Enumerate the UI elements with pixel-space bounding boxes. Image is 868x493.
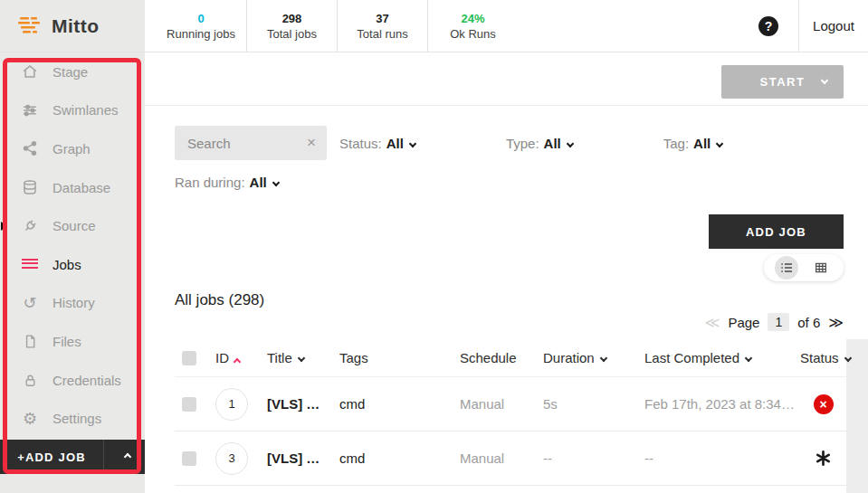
- sidebar-item-label: History: [52, 295, 95, 310]
- ran-during-filter-label: Ran during:: [175, 175, 245, 190]
- total-jobs-label: Total jobs: [247, 27, 337, 41]
- table-row[interactable]: 1 [VLS] … cmd Manual 5s Feb 17th, 2023 a…: [175, 377, 846, 431]
- column-header-title[interactable]: Title: [267, 350, 339, 365]
- view-toggle: [764, 254, 844, 281]
- column-header-duration[interactable]: Duration: [543, 350, 644, 365]
- search-clear-icon[interactable]: ×: [307, 134, 316, 152]
- next-page-icon[interactable]: ≫: [828, 314, 844, 331]
- grid-view-button[interactable]: [809, 256, 833, 280]
- chevron-down-icon: [716, 139, 723, 147]
- chevron-up-icon: [124, 453, 131, 460]
- search-box: ×: [175, 126, 327, 160]
- column-header-schedule[interactable]: Schedule: [460, 350, 543, 365]
- sidebar-add-job-button[interactable]: +ADD JOB: [0, 440, 145, 474]
- row-select-checkbox[interactable]: [182, 397, 196, 412]
- stat-ok-runs: 24% Ok Runs: [427, 0, 518, 52]
- sidebar-item-history[interactable]: ↺ History: [0, 284, 145, 323]
- prev-page-icon[interactable]: ≪: [705, 314, 720, 331]
- start-button[interactable]: START: [721, 65, 844, 99]
- filters-panel: × Status:All Type:All Tag:All Ran during…: [175, 126, 844, 190]
- search-input[interactable]: [187, 136, 307, 151]
- ran-during-filter-value: All: [250, 175, 267, 190]
- sidebar-item-label: Stage: [52, 64, 88, 80]
- ran-during-filter-dropdown[interactable]: Ran during:All: [175, 175, 279, 190]
- sidebar-item-label: Settings: [52, 411, 101, 426]
- header-stats: 0 Running jobs 298 Total jobs 37 Total r…: [156, 0, 518, 52]
- chevron-down-icon: [409, 139, 416, 147]
- chevron-down-icon: [272, 179, 279, 186]
- brand-name: Mitto: [52, 15, 100, 37]
- page-label: Page: [728, 315, 759, 330]
- jobs-table: ID Title Tags Schedule Duration Last Com…: [175, 339, 846, 486]
- stat-running-jobs: 0 Running jobs: [156, 0, 246, 52]
- column-header-status[interactable]: Status: [800, 350, 851, 365]
- stat-total-runs: 37 Total runs: [337, 0, 427, 52]
- tag-filter-dropdown[interactable]: Tag:All: [663, 136, 723, 151]
- sidebar-item-credentials[interactable]: Credentials: [0, 361, 145, 400]
- status-filter-dropdown[interactable]: Status:All: [339, 136, 415, 151]
- sidebar-item-swimlanes[interactable]: Swimlanes: [0, 91, 145, 130]
- database-icon: [21, 178, 39, 196]
- job-id-badge: 1: [215, 388, 248, 421]
- sidebar-item-stage[interactable]: Stage: [0, 52, 145, 91]
- gear-icon: ⚙: [21, 410, 39, 428]
- sidebar-item-database[interactable]: Database: [0, 168, 145, 207]
- sidebar-item-source[interactable]: Source: [0, 206, 145, 245]
- help-icon[interactable]: ?: [758, 16, 778, 36]
- lock-icon: [21, 371, 39, 389]
- ok-runs-label: Ok Runs: [428, 27, 518, 41]
- main-content: START × Status:All Type:All Tag:All Ran …: [145, 52, 868, 493]
- file-icon: [21, 332, 39, 350]
- job-schedule: Manual: [460, 396, 543, 412]
- never-run-status-icon: [815, 450, 832, 467]
- column-header-tags[interactable]: Tags: [339, 350, 460, 365]
- grid-icon: [814, 261, 828, 275]
- share-nodes-icon: [21, 139, 39, 157]
- job-tags: cmd: [339, 450, 460, 466]
- job-schedule: Manual: [460, 450, 543, 466]
- total-runs-label: Total runs: [338, 27, 427, 41]
- type-filter-label: Type:: [506, 136, 539, 151]
- job-title[interactable]: [VLS] …: [267, 450, 339, 466]
- table-row[interactable]: 3 [VLS] … cmd Manual -- --: [175, 431, 846, 486]
- row-select-checkbox[interactable]: [182, 451, 196, 466]
- running-jobs-value: 0: [156, 12, 246, 25]
- tag-filter-value: All: [693, 136, 711, 151]
- chevron-down-icon: [844, 355, 851, 362]
- status-filter-value: All: [386, 136, 404, 151]
- job-last-completed: Feb 17th, 2023 at 8:34…: [644, 396, 800, 412]
- tag-filter-label: Tag:: [663, 136, 689, 151]
- sidebar-item-graph[interactable]: Graph: [0, 129, 145, 168]
- job-last-completed: --: [644, 450, 800, 466]
- sidebar-item-files[interactable]: Files: [0, 322, 145, 361]
- chevron-down-icon: [599, 355, 606, 362]
- list-icon: [779, 261, 794, 275]
- plug-icon: [21, 217, 39, 235]
- sidebar-item-settings[interactable]: ⚙ Settings: [0, 399, 145, 438]
- sidebar-item-label: Credentials: [52, 373, 121, 388]
- table-header-row: ID Title Tags Schedule Duration Last Com…: [175, 339, 846, 377]
- sort-asc-icon: [234, 358, 241, 365]
- source-expand-caret[interactable]: [1, 222, 7, 231]
- sidebar-item-jobs[interactable]: Jobs: [0, 245, 145, 284]
- type-filter-dropdown[interactable]: Type:All: [506, 136, 573, 151]
- column-header-id[interactable]: ID: [215, 350, 267, 365]
- status-filter-label: Status:: [339, 136, 382, 151]
- list-view-button[interactable]: [775, 256, 798, 280]
- sidebar-item-label: Jobs: [52, 257, 81, 272]
- logout-button[interactable]: Logout: [798, 0, 868, 52]
- job-tags: cmd: [339, 396, 460, 412]
- add-job-expand-section[interactable]: [103, 440, 145, 474]
- sidebar-item-label: Database: [52, 180, 110, 195]
- sliders-icon: [21, 101, 39, 119]
- history-icon: ↺: [21, 294, 39, 312]
- add-job-button[interactable]: ADD JOB: [709, 214, 844, 249]
- page-number-input[interactable]: 1: [768, 313, 789, 331]
- column-header-last-completed[interactable]: Last Completed: [644, 350, 800, 365]
- select-all-checkbox[interactable]: [182, 351, 196, 365]
- job-title[interactable]: [VLS] …: [267, 396, 339, 412]
- chevron-down-icon: [821, 77, 828, 84]
- sidebar-item-label: Graph: [52, 141, 91, 156]
- ok-runs-value: 24%: [428, 12, 518, 25]
- total-runs-value: 37: [338, 12, 427, 25]
